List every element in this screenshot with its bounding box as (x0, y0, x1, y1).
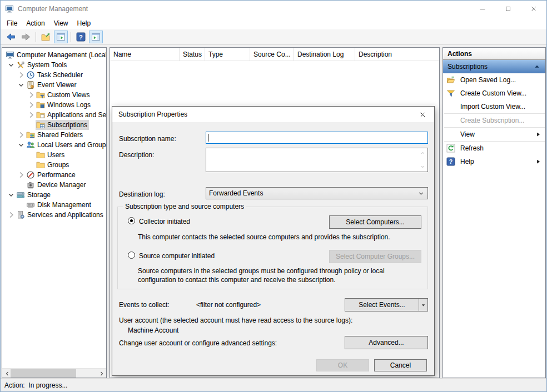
tree-item-subscriptions[interactable]: Subscriptions (2, 120, 106, 130)
tree-item-users[interactable]: Users (2, 150, 106, 160)
blank-chevron (27, 160, 36, 169)
tree-item-storage[interactable]: Storage (2, 190, 106, 200)
minimize-button[interactable] (470, 1, 495, 17)
tree-item-label: Storage (27, 191, 51, 199)
chevron-right-icon[interactable] (27, 110, 36, 119)
menu-file[interactable]: File (2, 18, 22, 29)
tree-item-event-viewer[interactable]: Event Viewer (2, 80, 106, 90)
create-custom-view-icon (446, 89, 455, 98)
action-create-custom-view[interactable]: Create Custom View... (443, 87, 545, 100)
show-console-tree-toolbar-button[interactable] (54, 31, 68, 43)
help-toolbar-button[interactable]: ? (74, 31, 88, 43)
action-refresh[interactable]: Refresh (443, 142, 545, 155)
advanced-button[interactable]: Advanced... (345, 336, 428, 349)
tree-item-label: Computer Management (Local (17, 51, 107, 59)
back-toolbar-button[interactable] (4, 31, 18, 43)
chevron-right-icon[interactable] (27, 100, 36, 109)
menu-help[interactable]: Help (73, 18, 96, 29)
dropdown-arrow-icon (420, 302, 426, 308)
action-view[interactable]: View (443, 128, 545, 141)
tree-item-core: Subscriptions (36, 120, 89, 130)
column-header-source-co[interactable]: Source Co... (250, 48, 294, 61)
action-create-subscription: Create Subscription... (443, 114, 545, 127)
action-help[interactable]: ?Help (443, 155, 545, 168)
chevron-right-icon[interactable] (17, 130, 26, 139)
select-events-split-button[interactable]: Select Events... (345, 298, 428, 311)
event-viewer-icon (26, 81, 35, 89)
help-icon: ? (446, 157, 456, 166)
select-events-dropdown[interactable] (419, 299, 427, 311)
chevron-up-icon (420, 150, 426, 156)
source-initiated-radio[interactable] (128, 252, 135, 259)
tree-item-core: Event Viewer (26, 80, 78, 90)
tree-item-applications-and-se[interactable]: Applications and Se (2, 110, 106, 120)
collapse-icon[interactable] (533, 63, 541, 71)
description-textarea[interactable] (206, 148, 428, 172)
tree-item-shared-folders[interactable]: Shared Folders (2, 130, 106, 140)
chevron-down-icon[interactable] (17, 81, 26, 89)
menu-view[interactable]: View (49, 18, 73, 29)
windows-logs-icon (36, 100, 45, 109)
select-computers-button[interactable]: Select Computers... (329, 215, 421, 229)
cancel-button[interactable]: Cancel (374, 359, 427, 371)
submenu-arrow-icon (535, 131, 541, 138)
dialog-close-button[interactable] (411, 107, 434, 122)
forward-icon (21, 32, 31, 42)
toolbar: ? (1, 29, 546, 45)
maximize-button[interactable] (495, 1, 521, 17)
chevron-right-icon[interactable] (27, 91, 36, 99)
action-label: Open Saved Log... (460, 76, 516, 84)
title-bar: Computer Management (1, 1, 546, 17)
column-header-status[interactable]: Status (180, 48, 205, 61)
tree-item-label: Performance (37, 171, 76, 179)
select-events-button[interactable]: Select Events... (345, 299, 419, 311)
tree-item-windows-logs[interactable]: Windows Logs (2, 100, 106, 110)
blank-icon (446, 130, 456, 139)
tree-item-local-users-and-groups[interactable]: Local Users and Groups (2, 140, 106, 150)
column-header-destination-log[interactable]: Destination Log (294, 48, 355, 61)
scrollbar-thumb[interactable] (11, 369, 76, 378)
action-import-custom-view[interactable]: Import Custom View... (443, 100, 545, 113)
action-open-saved-log[interactable]: Open Saved Log... (443, 73, 545, 87)
close-button[interactable] (521, 1, 546, 17)
export-list-toolbar-button[interactable] (39, 31, 53, 43)
tree-item-device-manager[interactable]: Device Manager (2, 180, 106, 190)
forward-toolbar-button[interactable] (19, 31, 33, 43)
show-action-pane-toolbar-button[interactable] (89, 31, 103, 43)
chevron-down-icon[interactable] (7, 190, 16, 199)
close-icon (419, 111, 426, 118)
computer-management-window: Computer Management FileActionViewHelp ?… (0, 0, 547, 392)
actions-group-subscriptions[interactable]: Subscriptions (443, 60, 545, 73)
tree-item-core: Services and Applications (16, 210, 105, 220)
tree-horizontal-scrollbar[interactable] (2, 368, 106, 378)
tree-item-services-and-applications[interactable]: Services and Applications (2, 210, 106, 220)
destination-log-label: Destination log: (119, 190, 165, 198)
chevron-right-icon[interactable] (17, 170, 26, 179)
tree-item-task-scheduler[interactable]: Task Scheduler (2, 70, 106, 80)
subscription-name-input[interactable] (206, 132, 428, 144)
scroll-right-arrow[interactable] (97, 369, 106, 378)
tree-item-computer-management-local[interactable]: Computer Management (Local (2, 50, 106, 60)
tree-item-disk-management[interactable]: Disk Management (2, 200, 106, 210)
chevron-down-icon[interactable] (17, 140, 26, 149)
tree-item-core: Custom Views (36, 90, 91, 100)
tree-item-label: Custom Views (47, 91, 89, 99)
actions-group-title: Subscriptions (447, 63, 488, 71)
column-header-description[interactable]: Description (355, 48, 440, 61)
chevron-right-icon[interactable] (7, 210, 16, 219)
chevron-down-icon[interactable] (7, 61, 16, 69)
tree-item-performance[interactable]: Performance (2, 170, 106, 180)
shared-folders-icon (26, 130, 35, 139)
chevron-right-icon[interactable] (17, 71, 26, 79)
tree-item-groups[interactable]: Groups (2, 160, 106, 170)
menu-action[interactable]: Action (22, 18, 49, 29)
action-label: Create Custom View... (460, 89, 526, 97)
column-header-name[interactable]: Name (110, 48, 180, 61)
column-header-type[interactable]: Type (205, 48, 250, 61)
destination-log-select[interactable]: Forwarded Events (206, 187, 428, 199)
collector-initiated-radio[interactable] (128, 217, 135, 224)
tree-item-custom-views[interactable]: Custom Views (2, 90, 106, 100)
tree-item-system-tools[interactable]: System Tools (2, 60, 106, 70)
blank-icon (446, 102, 456, 111)
action-label: View (460, 130, 475, 138)
